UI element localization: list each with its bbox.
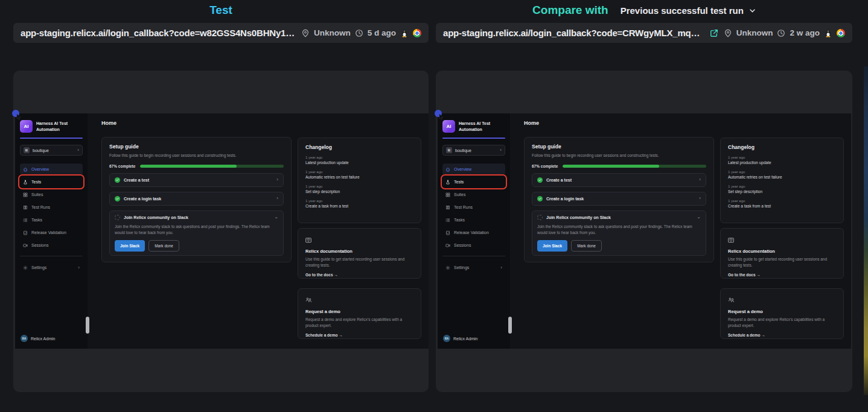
user-avatar: RA <box>21 335 28 342</box>
sidebar-item-suites[interactable]: Suites <box>20 189 83 200</box>
changelog-entry: 1 year ago Automatic retries on test fai… <box>728 170 836 179</box>
chevron-down-icon <box>749 7 756 14</box>
setup-guide-description: Follow this guide to begin recording use… <box>532 153 706 159</box>
flask-icon <box>445 180 450 185</box>
sidebar-item-release-validation[interactable]: Release Validation <box>20 227 83 238</box>
progress-bar-fill <box>140 165 236 168</box>
location-pin-icon <box>301 29 310 37</box>
sidebar-item-test-runs[interactable]: Test Runs <box>20 201 83 213</box>
task-create-a-test[interactable]: Create a test › <box>109 173 284 187</box>
task-join-slack[interactable]: Join Relicx community on Slack ⌄ Join th… <box>109 211 284 256</box>
changelog-entry: 1 year ago Set step description <box>305 185 413 194</box>
schedule-demo-link[interactable]: Schedule a demo → <box>728 333 836 337</box>
sidebar-item-sessions[interactable]: Sessions <box>442 239 505 251</box>
chevron-down-icon: ⌄ <box>274 215 278 220</box>
progress-bar <box>140 165 284 168</box>
check-circle-icon <box>115 196 120 201</box>
project-badge: B <box>446 147 452 153</box>
sidebar-item-test-runs[interactable]: Test Runs <box>442 201 505 213</box>
compare-run-dropdown[interactable]: Previous successful test run <box>621 5 756 16</box>
changelog-title: Changelog <box>305 144 413 150</box>
current-run-screenshot-card: AI Harness AI Test Automation B boutique… <box>13 71 429 392</box>
sidebar-item-settings[interactable]: Settings › <box>442 262 505 273</box>
sidebar-item-tasks[interactable]: Tasks <box>442 214 505 226</box>
user-name: Relicx Admin <box>31 337 55 341</box>
home-icon <box>23 167 28 172</box>
sidebar-item-overview[interactable]: Overview <box>20 163 83 175</box>
sidebar-item-overview[interactable]: Overview <box>442 163 505 175</box>
task-create-a-login-task[interactable]: Create a login task › <box>109 192 284 206</box>
external-link-icon[interactable] <box>710 29 718 37</box>
go-to-docs-link[interactable]: Go to the docs → <box>305 273 413 277</box>
setup-guide-title: Setup guide <box>109 144 284 150</box>
user-menu[interactable]: RA Relicx Admin <box>443 335 477 342</box>
task-create-a-test[interactable]: Create a test › <box>532 173 706 187</box>
user-menu[interactable]: RA Relicx Admin <box>21 335 55 342</box>
compare-run-app-screenshot: AI Harness AI Test Automation B boutique… <box>438 113 851 349</box>
documentation-card: Relicx documentation Use this guide to g… <box>298 228 421 279</box>
chevron-right-icon: › <box>276 196 278 201</box>
people-icon <box>728 297 735 303</box>
app-brand: AI Harness AI Test Automation <box>442 120 505 133</box>
changelog-card: Changelog 1 year ago Latest production u… <box>720 138 844 223</box>
check-circle-icon <box>537 196 543 201</box>
flask-icon <box>23 180 28 185</box>
project-name: boutique <box>455 148 471 153</box>
changelog-entry: 1 year ago Latest production update <box>305 156 413 165</box>
list-icon <box>23 218 28 223</box>
chevron-right-icon: › <box>276 177 278 182</box>
app-main: Home Setup guide Follow this guide to be… <box>88 113 429 349</box>
sidebar-item-release-validation[interactable]: Release Validation <box>442 227 505 238</box>
mark-done-button[interactable]: Mark done <box>148 240 179 252</box>
right-url: app-staging.relicx.ai/login_callback?cod… <box>443 28 704 38</box>
mark-done-button[interactable]: Mark done <box>571 240 602 252</box>
progress-label: 67% complete <box>109 164 135 168</box>
check-circle-icon <box>115 177 120 183</box>
sidebar-item-tests[interactable]: Tests <box>442 176 505 188</box>
join-slack-button[interactable]: Join Slack <box>537 240 567 252</box>
join-slack-button[interactable]: Join Slack <box>115 240 145 252</box>
location-pin-icon <box>724 29 732 37</box>
sidebar-item-tests[interactable]: Tests <box>20 176 83 188</box>
task-create-a-login-task[interactable]: Create a login task › <box>532 192 706 206</box>
changelog-entry: 1 year ago Latest production update <box>728 156 836 165</box>
chevron-right-icon: › <box>699 196 701 201</box>
schedule-demo-link[interactable]: Schedule a demo → <box>305 333 413 337</box>
left-url-meta: Unknown 5 d ago <box>301 28 421 37</box>
current-run-app-screenshot: AI Harness AI Test Automation B boutique… <box>15 113 429 349</box>
video-icon <box>445 243 450 248</box>
right-location-label: Unknown <box>736 28 773 37</box>
go-to-docs-link[interactable]: Go to the docs → <box>728 273 836 277</box>
book-icon <box>728 238 734 243</box>
docs-title: Relicx documentation <box>728 249 836 254</box>
sidebar-collapse-handle[interactable] <box>508 317 512 334</box>
sidebar-divider <box>442 138 505 139</box>
app-main: Home Setup guide Follow this guide to be… <box>510 113 851 349</box>
sidebar-collapse-handle[interactable] <box>86 317 89 334</box>
linux-tux-icon <box>824 29 832 37</box>
setup-guide-description: Follow this guide to begin recording use… <box>109 153 284 159</box>
grid-icon <box>445 192 450 197</box>
right-age-label: 2 w ago <box>790 28 820 37</box>
sidebar-item-sessions[interactable]: Sessions <box>20 239 83 251</box>
sidebar-item-settings[interactable]: Settings › <box>20 262 83 273</box>
task-join-slack-description: Join the Relicx community slack to ask q… <box>115 224 278 236</box>
clipboard-check-icon <box>445 230 450 235</box>
setup-guide-card: Setup guide Follow this guide to begin r… <box>101 137 292 262</box>
project-selector[interactable]: B boutique › <box>442 145 505 156</box>
next-screenshot-edge <box>864 66 868 395</box>
changelog-entry: 1 year ago Create a task from a test <box>305 199 413 208</box>
project-selector[interactable]: B boutique › <box>20 145 83 156</box>
progress-label: 67% complete <box>532 164 558 168</box>
list-icon <box>445 218 450 223</box>
sidebar-item-tasks[interactable]: Tasks <box>20 214 83 226</box>
mouse-cursor-icon <box>439 114 444 120</box>
sidebar-item-suites[interactable]: Suites <box>442 189 505 200</box>
sidebar-nav: Overview Tests Suites Test Runs Tasks Re… <box>442 163 505 273</box>
right-panel-title: Compare with <box>532 4 608 17</box>
chevron-right-icon: › <box>699 177 701 182</box>
task-join-slack[interactable]: Join Relicx community on Slack ⌄ Join th… <box>532 211 706 256</box>
linux-tux-icon <box>400 29 409 37</box>
chrome-browser-icon <box>413 29 421 37</box>
left-location-label: Unknown <box>314 28 351 37</box>
